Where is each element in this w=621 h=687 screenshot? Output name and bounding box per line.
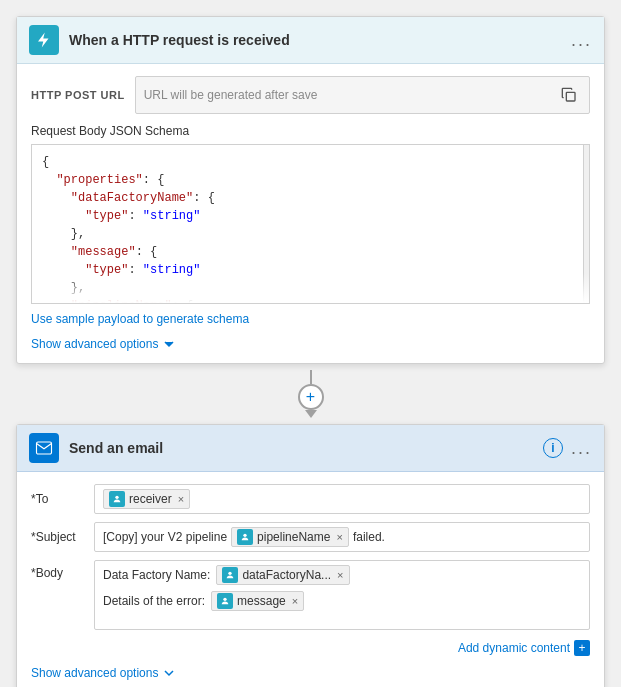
message-tag-icon (217, 593, 233, 609)
email-card-body: *To receiver × * (17, 472, 604, 687)
pipeline-name-tag: pipelineName × (231, 527, 349, 547)
svg-point-3 (243, 534, 246, 537)
show-advanced-http-label: Show advanced options (31, 337, 158, 351)
show-advanced-email-label: Show advanced options (31, 666, 158, 680)
subject-prefix-text: [Copy] your V2 pipeline (103, 530, 227, 544)
pipeline-name-tag-text: pipelineName (257, 530, 330, 544)
copy-url-icon[interactable] (557, 83, 581, 107)
to-input[interactable]: receiver × (94, 484, 590, 514)
scrollbar[interactable] (583, 145, 589, 303)
http-card-menu[interactable]: ... (571, 30, 592, 51)
info-icon[interactable]: i (543, 438, 563, 458)
message-tag-text: message (237, 594, 286, 608)
svg-rect-1 (37, 442, 52, 454)
datafactory-tag-text: dataFactoryNa... (242, 568, 331, 582)
body-line2-prefix: Details of the error: (103, 594, 205, 608)
add-dynamic-label: Add dynamic content (458, 641, 570, 655)
email-header-icons: i ... (543, 438, 592, 459)
email-show-advanced[interactable]: Show advanced options (31, 666, 590, 680)
body-input[interactable]: Data Factory Name: dataFactoryNa... × (94, 560, 590, 630)
datafactory-tag-close[interactable]: × (337, 569, 343, 581)
person-icon-3 (225, 570, 235, 580)
http-trigger-card: When a HTTP request is received ... HTTP… (16, 16, 605, 364)
connector-line-top (310, 370, 312, 384)
http-post-url-input[interactable]: URL will be generated after save (135, 76, 590, 114)
message-tag: message × (211, 591, 304, 611)
receiver-tag: receiver × (103, 489, 190, 509)
add-step-button[interactable]: + (298, 384, 324, 410)
add-dynamic-plus-icon: + (574, 640, 590, 656)
http-card-body: HTTP POST URL URL will be generated afte… (17, 64, 604, 363)
pipeline-name-tag-icon (237, 529, 253, 545)
http-post-url-row: HTTP POST URL URL will be generated afte… (31, 76, 590, 114)
chevron-down-icon-2 (162, 666, 176, 680)
person-icon-4 (220, 596, 230, 606)
lightning-icon (35, 31, 53, 49)
send-email-card: Send an email i ... *To (16, 424, 605, 687)
copy-svg (561, 87, 577, 103)
subject-label: *Subject (31, 530, 86, 544)
url-placeholder-text: URL will be generated after save (144, 88, 318, 102)
connector-arrow (305, 410, 317, 418)
person-icon-2 (240, 532, 250, 542)
http-card-header: When a HTTP request is received ... (17, 17, 604, 64)
receiver-tag-text: receiver (129, 492, 172, 506)
person-icon (112, 494, 122, 504)
body-line1-prefix: Data Factory Name: (103, 568, 210, 582)
add-dynamic-row: Add dynamic content + (31, 638, 590, 656)
datafactory-tag: dataFactoryNa... × (216, 565, 349, 585)
email-card-header: Send an email i ... (17, 425, 604, 472)
body-line-1: Data Factory Name: dataFactoryNa... × (103, 565, 581, 585)
datafactory-tag-icon (222, 567, 238, 583)
chevron-down-icon (162, 337, 176, 351)
add-dynamic-content-button[interactable]: Add dynamic content + (458, 640, 590, 656)
svg-point-5 (223, 598, 226, 601)
subject-input[interactable]: [Copy] your V2 pipeline pipelineName × f… (94, 522, 590, 552)
email-card-title: Send an email (69, 440, 533, 456)
svg-point-4 (229, 572, 232, 575)
sample-payload-link[interactable]: Use sample payload to generate schema (31, 312, 249, 326)
svg-rect-0 (566, 92, 575, 101)
http-card-title: When a HTTP request is received (69, 32, 561, 48)
http-trigger-icon (29, 25, 59, 55)
receiver-tag-icon (109, 491, 125, 507)
subject-suffix-text: failed. (353, 530, 385, 544)
svg-point-2 (115, 496, 118, 499)
json-schema-editor[interactable]: { "properties": { "dataFactoryName": { "… (31, 144, 590, 304)
receiver-tag-close[interactable]: × (178, 493, 184, 505)
body-label: *Body (31, 566, 86, 580)
body-field-row: *Body Data Factory Name: dataFactoryNa. (31, 560, 590, 630)
email-svg-icon (35, 439, 53, 457)
http-post-url-label: HTTP POST URL (31, 89, 125, 101)
step-connector: + (16, 364, 605, 424)
email-card-menu[interactable]: ... (571, 438, 592, 459)
pipeline-name-tag-close[interactable]: × (336, 531, 342, 543)
to-label: *To (31, 492, 86, 506)
to-field-row: *To receiver × (31, 484, 590, 514)
body-line-2: Details of the error: message × (103, 591, 581, 611)
message-tag-close[interactable]: × (292, 595, 298, 607)
http-show-advanced[interactable]: Show advanced options (31, 337, 590, 351)
schema-label: Request Body JSON Schema (31, 124, 590, 138)
subject-field-row: *Subject [Copy] your V2 pipeline pipelin… (31, 522, 590, 552)
email-trigger-icon (29, 433, 59, 463)
